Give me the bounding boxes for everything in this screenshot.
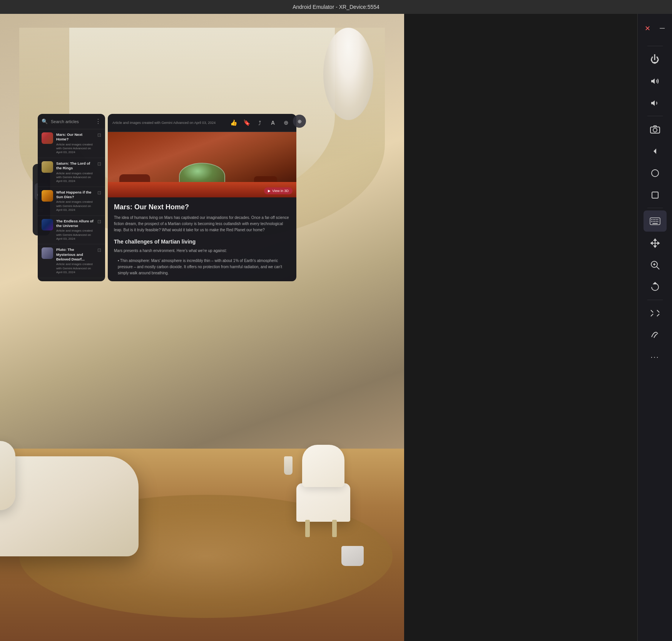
article-main-title: Mars: Our Next Home? [114, 203, 290, 212]
svg-marker-24 [658, 242, 659, 244]
square-btn[interactable] [644, 184, 667, 205]
view-3d-label: View in 3D [272, 189, 289, 193]
svg-point-5 [652, 170, 659, 177]
view-3d-btn[interactable]: ▶ View in 3D [264, 187, 293, 194]
article-header-bar: Article and images created with Gemini A… [108, 114, 296, 132]
article-info-saturn: Saturn: The Lord of the Rings Article an… [56, 161, 94, 184]
article-bullet1: • Thin atmosphere: Mars' atmosphere is i… [114, 258, 290, 276]
article-item-universe[interactable]: Mind-Bending Facts About the Universe ⊡ [38, 278, 105, 281]
article-info-pluto: Pluto: The Mysterious and Beloved Dwarf.… [56, 247, 94, 274]
article-hero-image: ▶ View in 3D [108, 132, 296, 197]
collapse-btn[interactable] [644, 302, 667, 324]
move-btn[interactable] [644, 232, 667, 254]
article-title-sun: What Happens if the Sun Dies? [56, 190, 94, 200]
article-body: Mars presents a harsh environment. Here'… [114, 248, 290, 254]
article-thumb-pluto [42, 247, 53, 259]
article-section-title: The challenges of Martian living [114, 239, 290, 245]
more-options-btn[interactable]: ··· [644, 346, 667, 367]
svg-line-31 [657, 310, 659, 312]
bookmark-icon-mars[interactable]: ⊡ [97, 132, 101, 138]
article-meta-pluto: Article and images created with Gemini A… [56, 262, 94, 274]
article-info-mars: Mars: Our Next Home? Article and images … [56, 132, 94, 155]
vol-down-btn[interactable] [644, 92, 667, 114]
bookmark-icon-galaxy[interactable]: ⊡ [97, 219, 101, 224]
article-thumb-mars [42, 132, 53, 144]
floating-action-btn[interactable]: ⊕ [293, 115, 306, 128]
translate-btn[interactable]: ⊕ [280, 117, 292, 129]
power-btn[interactable]: ⏻ [644, 48, 667, 70]
zoom-search-btn[interactable] [644, 254, 667, 275]
search-bar: 🔍 Search articles ⋮ [38, 114, 105, 129]
article-item-sun[interactable]: What Happens if the Sun Dies? Article an… [38, 187, 105, 216]
svg-marker-22 [654, 246, 656, 247]
more-menu-icon[interactable]: ⋮ [95, 118, 101, 125]
like-btn[interactable]: 👍 [228, 117, 239, 129]
article-meta-saturn: Article and images created with Gemini A… [56, 172, 94, 184]
window-title: Android Emulator - XR_Device:5554 [293, 4, 379, 10]
article-title-galaxy: The Endless Allure of the Universe [56, 219, 94, 229]
back-btn[interactable] [644, 140, 667, 162]
circle-btn[interactable] [644, 162, 667, 184]
svg-line-26 [657, 267, 659, 269]
svg-marker-1 [651, 100, 655, 106]
search-input[interactable]: Search articles [51, 119, 92, 124]
bookmark-icon-pluto[interactable]: ⊡ [97, 247, 101, 253]
svg-line-33 [657, 314, 659, 316]
divider4 [647, 300, 663, 300]
svg-line-32 [651, 314, 653, 316]
article-thumb-sun [42, 190, 53, 202]
bookmark-btn[interactable]: 🔖 [241, 117, 252, 129]
vr-background [0, 14, 404, 641]
svg-line-30 [651, 310, 653, 312]
article-title-pluto: Pluto: The Mysterious and Beloved Dwarf.… [56, 247, 94, 262]
article-info-galaxy: The Endless Allure of the Universe Artic… [56, 219, 94, 241]
article-title-mars: Mars: Our Next Home? [56, 132, 94, 142]
camera-btn[interactable] [644, 119, 667, 140]
article-thumb-saturn [42, 161, 53, 173]
article-meta-sun: Article and images created with Gemini A… [56, 200, 94, 212]
svg-rect-6 [652, 192, 658, 198]
article-item-mars[interactable]: Mars: Our Next Home? Article and images … [38, 129, 105, 158]
article-thumb-galaxy [42, 219, 53, 230]
article-meta-galaxy: Article and images created with Gemini A… [56, 229, 94, 241]
svg-marker-0 [651, 78, 655, 84]
divider2 [647, 116, 663, 116]
bookmark-icon-sun[interactable]: ⊡ [97, 190, 101, 195]
svg-marker-23 [651, 242, 652, 244]
right-controls-panel: ✕ ─ ⏻ [637, 14, 672, 641]
svg-point-3 [653, 128, 657, 132]
vol-up-btn[interactable] [644, 70, 667, 92]
article-created-text: Article and images created with Gemini A… [112, 121, 216, 125]
svg-marker-21 [654, 239, 656, 240]
close-btn[interactable]: ✕ [641, 18, 654, 39]
svg-marker-29 [654, 282, 657, 284]
article-title-saturn: Saturn: The Lord of the Rings [56, 161, 94, 171]
bookmark-icon-saturn[interactable]: ⊡ [97, 161, 101, 167]
article-intro: The idea of humans living on Mars has ca… [114, 215, 290, 233]
article-meta-mars: Article and images created with Gemini A… [56, 143, 94, 155]
article-item-pluto[interactable]: Pluto: The Mysterious and Beloved Dwarf.… [38, 244, 105, 278]
article-content: Mars: Our Next Home? The idea of humans … [108, 197, 296, 281]
title-bar: Android Emulator - XR_Device:5554 [0, 0, 672, 14]
minimize-btn[interactable]: ─ [656, 18, 669, 39]
gesture-btn[interactable] [644, 324, 667, 346]
svg-marker-4 [654, 149, 656, 154]
article-info-sun: What Happens if the Sun Dies? Article an… [56, 190, 94, 212]
article-item-galaxy[interactable]: The Endless Allure of the Universe Artic… [38, 216, 105, 245]
share-btn[interactable]: ⤴ [254, 117, 266, 129]
article-main-panel: Article and images created with Gemini A… [108, 114, 296, 281]
rotate-btn[interactable] [644, 276, 667, 297]
divider1 [647, 46, 663, 46]
article-item-saturn[interactable]: Saturn: The Lord of the Rings Article an… [38, 158, 105, 187]
divider3 [647, 208, 663, 208]
keyboard-btn[interactable] [644, 210, 667, 232]
emulator-area: ▶ ⌂ Home ☰ ▶ 🔍 Search articles ⋮ Mars: O… [0, 14, 404, 641]
search-icon: 🔍 [42, 119, 48, 124]
font-btn[interactable]: A [267, 117, 279, 129]
article-list-panel: 🔍 Search articles ⋮ Mars: Our Next Home?… [38, 114, 105, 281]
